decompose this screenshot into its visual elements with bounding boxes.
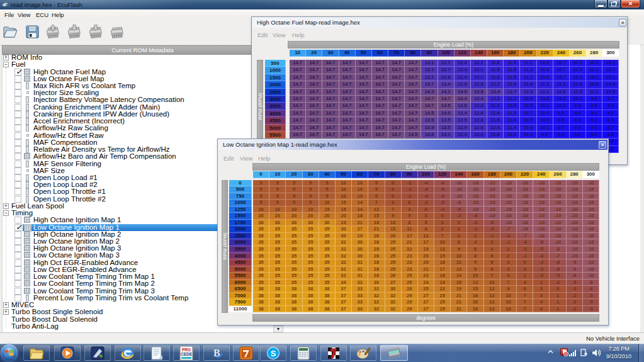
svg-text:CEDE: CEDE (181, 352, 193, 356)
svg-text:PRO: PRO (182, 348, 191, 352)
svg-text:S: S (271, 349, 276, 358)
